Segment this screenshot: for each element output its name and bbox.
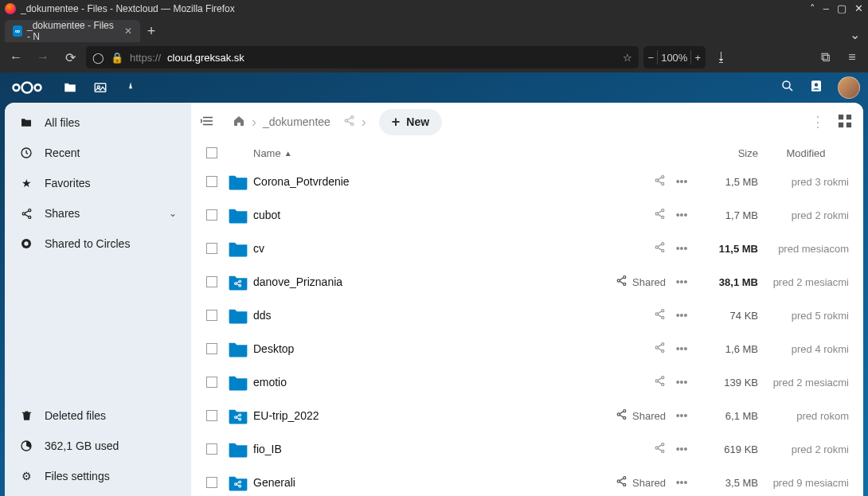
row-actions-icon[interactable]: ••• — [666, 376, 698, 389]
files-app-icon[interactable] — [62, 80, 78, 96]
file-name[interactable]: Generali — [253, 476, 591, 489]
file-name[interactable]: fio_IB — [253, 443, 591, 455]
new-tab-button[interactable]: + — [140, 20, 162, 42]
sidebar-item-settings[interactable]: ⚙ Files settings — [5, 461, 191, 491]
share-icon[interactable] — [654, 308, 666, 322]
sidebar-item-shares[interactable]: Shares ⌄ — [5, 198, 191, 228]
share-icon[interactable] — [616, 275, 628, 289]
more-actions-icon[interactable]: ⋮ — [804, 113, 831, 131]
row-checkbox[interactable] — [206, 477, 217, 488]
bookmark-star-icon[interactable]: ☆ — [623, 52, 632, 64]
table-row[interactable]: cv•••11,5 MBpred mesiacom — [191, 232, 863, 265]
row-actions-icon[interactable]: ••• — [666, 275, 698, 288]
share-icon[interactable] — [654, 241, 666, 256]
file-name[interactable]: emotio — [253, 376, 591, 389]
sidebar-item-all-files[interactable]: All files — [5, 107, 191, 138]
zoom-out-button[interactable]: − — [648, 52, 655, 64]
photos-app-icon[interactable] — [92, 80, 108, 96]
share-icon[interactable] — [654, 375, 666, 389]
column-header-name[interactable]: Name ▲ — [253, 147, 591, 159]
breadcrumb-current[interactable]: _dokumentee — [263, 115, 330, 128]
window-maximize-icon[interactable]: ▢ — [837, 2, 846, 14]
share-icon[interactable] — [654, 442, 666, 456]
share-icon[interactable] — [654, 174, 666, 189]
chevron-down-icon[interactable]: ⌄ — [169, 208, 177, 219]
table-row[interactable]: GeneraliShared•••3,5 MBpred 9 mesiacmi — [191, 466, 863, 496]
file-name[interactable]: Desktop — [253, 342, 591, 355]
zoom-level: 100% — [661, 52, 687, 64]
share-icon[interactable] — [654, 342, 666, 356]
file-name[interactable]: dds — [253, 309, 591, 322]
url-bar[interactable]: ◯ 🔒 https://cloud.greksak.sk ☆ — [86, 46, 639, 68]
row-checkbox[interactable] — [206, 209, 217, 221]
shield-icon[interactable]: ◯ — [92, 52, 104, 64]
row-actions-icon[interactable]: ••• — [666, 409, 698, 422]
sidebar-item-deleted[interactable]: Deleted files — [5, 400, 191, 431]
row-actions-icon[interactable]: ••• — [666, 443, 698, 455]
tabs-overflow-icon[interactable]: ⌄ — [842, 27, 868, 42]
row-actions-icon[interactable]: ••• — [666, 342, 698, 355]
sidebar-label: Files settings — [45, 470, 110, 482]
table-row[interactable]: cubot•••1,7 MBpred 2 rokmi — [191, 198, 863, 232]
home-icon[interactable] — [233, 115, 245, 130]
tab-close-icon[interactable]: ✕ — [124, 25, 132, 37]
table-row[interactable]: EU-trip_2022Shared•••6,1 MBpred rokom — [191, 399, 863, 432]
row-checkbox[interactable] — [206, 276, 217, 287]
file-name[interactable]: cubot — [253, 209, 591, 221]
user-avatar[interactable] — [838, 76, 860, 99]
nav-back-button[interactable]: ← — [5, 46, 27, 68]
contacts-icon[interactable] — [809, 79, 823, 96]
row-checkbox[interactable] — [206, 377, 217, 388]
window-minimize-icon[interactable]: – — [823, 2, 829, 14]
row-checkbox[interactable] — [206, 343, 217, 354]
window-close-icon[interactable]: ✕ — [854, 2, 863, 14]
row-checkbox[interactable] — [206, 176, 217, 187]
browser-tab[interactable]: ∞ _dokumentee - Files - N ✕ — [5, 20, 140, 42]
table-header: Name ▲ Size Modified — [191, 141, 863, 165]
share-icon[interactable] — [616, 475, 628, 490]
table-row[interactable]: Corona_Potvrdenie•••1,5 MBpred 3 rokmi — [191, 165, 863, 198]
table-row[interactable]: emotio•••139 KBpred 2 mesiacmi — [191, 365, 863, 399]
sidebar-toggle-icon[interactable] — [201, 115, 215, 129]
new-button[interactable]: + New — [379, 109, 442, 135]
select-all-checkbox[interactable] — [206, 147, 217, 158]
nextcloud-logo-icon[interactable] — [8, 80, 46, 96]
table-row[interactable]: fio_IB•••619 KBpred 2 rokmi — [191, 432, 863, 466]
file-name[interactable]: Corona_Potvrdenie — [253, 175, 591, 188]
file-name[interactable]: danove_Priznania — [253, 275, 591, 288]
share-breadcrumb-icon[interactable] — [343, 115, 355, 129]
search-icon[interactable] — [780, 79, 795, 96]
window-up-icon[interactable]: ˄ — [810, 2, 815, 14]
folder-icon — [223, 373, 253, 391]
downloads-icon[interactable]: ⭳ — [710, 46, 733, 68]
table-row[interactable]: dds•••74 KBpred 5 rokmi — [191, 299, 863, 332]
share-icon[interactable] — [616, 408, 628, 423]
row-checkbox[interactable] — [206, 410, 217, 421]
column-header-modified[interactable]: Modified — [758, 147, 854, 159]
zoom-in-button[interactable]: + — [694, 52, 701, 64]
share-icon[interactable] — [654, 208, 666, 222]
extensions-icon[interactable]: ⧉ — [814, 46, 836, 68]
row-actions-icon[interactable]: ••• — [666, 175, 698, 188]
table-row[interactable]: Desktop•••1,6 MBpred 4 rokmi — [191, 332, 863, 365]
column-header-size[interactable]: Size — [698, 147, 758, 159]
row-actions-icon[interactable]: ••• — [666, 242, 698, 255]
nav-forward-button[interactable]: → — [32, 46, 54, 68]
file-name[interactable]: EU-trip_2022 — [253, 409, 591, 422]
row-checkbox[interactable] — [206, 443, 217, 455]
sidebar-item-favorites[interactable]: ★ Favorites — [5, 168, 191, 198]
lock-icon[interactable]: 🔒 — [111, 52, 123, 64]
row-actions-icon[interactable]: ••• — [666, 476, 698, 489]
file-name[interactable]: cv — [253, 242, 591, 255]
row-actions-icon[interactable]: ••• — [666, 309, 698, 322]
row-checkbox[interactable] — [206, 310, 217, 321]
nav-reload-button[interactable]: ⟳ — [59, 46, 81, 68]
sidebar-item-recent[interactable]: Recent — [5, 138, 191, 168]
table-row[interactable]: danove_PriznaniaShared•••38,1 MBpred 2 m… — [191, 265, 863, 299]
activity-app-icon[interactable] — [123, 80, 139, 96]
grid-view-icon[interactable] — [838, 114, 854, 130]
browser-menu-icon[interactable]: ≡ — [841, 46, 863, 68]
row-actions-icon[interactable]: ••• — [666, 209, 698, 221]
row-checkbox[interactable] — [206, 243, 217, 254]
sidebar-item-shared-circles[interactable]: Shared to Circles — [5, 228, 191, 259]
